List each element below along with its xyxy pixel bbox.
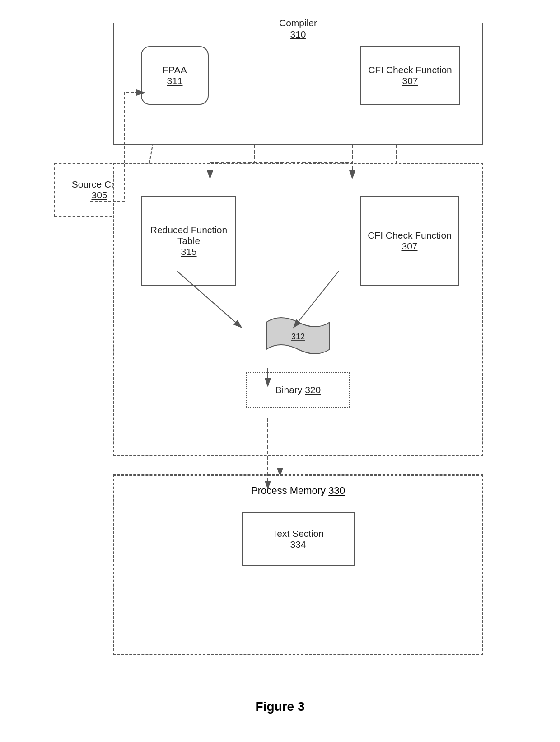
- linker-shape-312: 312: [262, 313, 334, 358]
- cfi-check-compiler-number: 307: [402, 75, 418, 86]
- cfi-check-compiler-label: CFI Check Function: [368, 65, 452, 75]
- compiler-label: Compiler: [279, 18, 317, 28]
- cfi-check-compiler-box: CFI Check Function 307: [360, 46, 460, 105]
- text-section-box: Text Section 334: [242, 512, 355, 566]
- cfi-check-linker-box: CFI Check Function 307: [360, 196, 459, 286]
- reduced-function-table-label: Reduced Function Table: [142, 225, 235, 246]
- cfi-check-linker-label: CFI Check Function: [368, 230, 452, 241]
- process-memory-box: Process Memory 330 Text Section 334: [113, 474, 483, 655]
- compiler-number: 310: [279, 29, 317, 40]
- fpaa-box: FPAA 311: [141, 46, 209, 105]
- source-code-number: 305: [91, 190, 107, 201]
- svg-text:312: 312: [291, 332, 305, 341]
- process-memory-title: Process Memory 330: [251, 485, 345, 497]
- cfi-check-linker-number: 307: [401, 241, 417, 252]
- fpaa-label: FPAA: [163, 65, 187, 75]
- binary-label: Binary 320: [275, 385, 321, 395]
- fpaa-number: 311: [167, 75, 182, 86]
- text-section-number: 334: [290, 539, 306, 550]
- figure-caption: Figure 3: [256, 700, 305, 714]
- text-section-label: Text Section: [272, 528, 324, 539]
- reduced-function-table-box: Reduced Function Table 315: [141, 196, 236, 286]
- compiler-box: Compiler 310 FPAA 311 CFI Check Function…: [113, 23, 483, 145]
- reduced-function-table-number: 315: [181, 246, 196, 257]
- binary-box: Binary 320: [246, 372, 350, 408]
- linker-box: Reduced Function Table 315 CFI Check Fun…: [113, 163, 483, 456]
- compiler-title: Compiler 310: [275, 17, 321, 40]
